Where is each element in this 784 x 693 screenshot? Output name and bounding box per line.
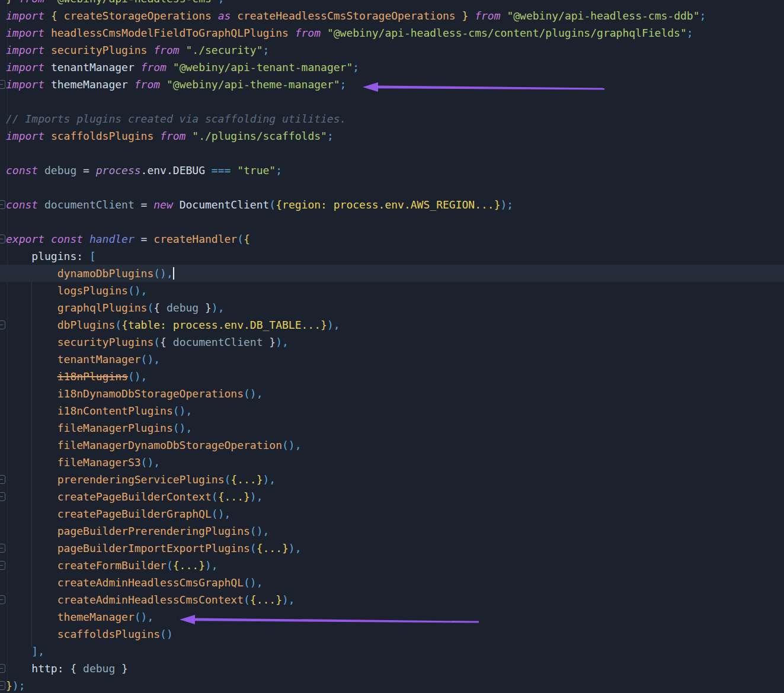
code-line[interactable]: const debug = process.env.DEBUG === "tru… — [0, 162, 784, 179]
fold-collapse-icon[interactable] — [0, 561, 5, 570]
code-line[interactable]: tenantManager(), — [0, 351, 784, 368]
code-token: "@webiny/api-headless-cms/content/plugin… — [327, 27, 687, 39]
code-token: graphqlPlugins — [57, 301, 148, 314]
code-line[interactable]: dynamoDbPlugins(), — [0, 265, 784, 282]
code-token — [6, 559, 57, 572]
fold-collapse-icon[interactable] — [0, 320, 5, 329]
code-token: "./security" — [185, 44, 263, 56]
code-line[interactable]: }); — [0, 677, 784, 693]
code-token: ), — [327, 319, 340, 331]
code-line[interactable]: // Imports plugins created via scaffoldi… — [0, 110, 784, 127]
code-line[interactable]: dbPlugins({table: process.env.DB_TABLE..… — [0, 316, 784, 333]
code-token: ( — [269, 198, 276, 211]
code-line[interactable]: logsPlugins(), — [0, 282, 784, 299]
code-token: from — [141, 61, 167, 73]
code-line[interactable]: ], — [0, 643, 784, 660]
code-line[interactable]: themeManager(), — [0, 608, 784, 625]
code-token: fileManagerPlugins — [57, 422, 173, 434]
code-token: import — [6, 27, 44, 39]
fold-collapse-icon[interactable] — [0, 492, 5, 501]
code-line[interactable]: createPageBuilderContext({...}), — [0, 488, 784, 505]
fold-collapse-icon[interactable] — [0, 200, 5, 209]
code-line[interactable]: import { createStorageOperations as crea… — [0, 7, 784, 24]
code-token — [89, 164, 96, 177]
code-token: ( — [250, 542, 257, 554]
code-token — [135, 233, 141, 245]
code-token: const — [6, 198, 38, 211]
code-token — [6, 662, 31, 675]
code-line[interactable]: createFormBuilder({...}), — [0, 557, 784, 574]
fold-collapse-icon[interactable] — [0, 681, 5, 690]
code-line[interactable]: createAdminHeadlessCmsContext({...}), — [0, 591, 784, 608]
code-line[interactable]: i18nContentPlugins(), — [0, 402, 784, 419]
code-token: "@webiny/api-headless-cms-ddb" — [507, 9, 699, 22]
fold-collapse-icon[interactable] — [0, 475, 5, 484]
code-token: createFormBuilder — [57, 559, 167, 572]
code-token: // Imports plugins created via scaffoldi… — [6, 113, 346, 125]
code-editor[interactable]: } from "@webiny/api-headless-cms";import… — [0, 0, 784, 693]
code-token: scaffoldsPlugins — [51, 130, 153, 142]
code-token — [76, 662, 83, 675]
code-line[interactable]: scaffoldsPlugins() — [0, 625, 784, 643]
code-line[interactable]: createAdminHeadlessCmsGraphQL(), — [0, 574, 784, 591]
code-line[interactable]: createPageBuilderGraphQL(), — [0, 505, 784, 522]
code-line[interactable]: import scaffoldsPlugins from "./plugins/… — [0, 127, 784, 145]
fold-collapse-icon[interactable] — [0, 664, 5, 673]
code-line[interactable]: http: { debug } — [0, 660, 784, 677]
fold-collapse-icon[interactable] — [0, 235, 5, 243]
code-line[interactable]: import securityPlugins from "./security"… — [0, 41, 784, 59]
code-line[interactable]: i18nDynamoDbStorageOperations(), — [0, 385, 784, 402]
code-line[interactable]: i18nPlugins(), — [0, 368, 784, 385]
text-cursor — [173, 267, 174, 280]
code-area[interactable]: } from "@webiny/api-headless-cms";import… — [0, 0, 784, 693]
code-token: headlessCmsModelFieldToGraphQLPlugins — [51, 27, 289, 39]
code-line[interactable]: prerenderingServicePlugins({...}), — [0, 471, 784, 488]
code-token: from — [135, 78, 160, 91]
code-token — [6, 628, 57, 640]
code-line[interactable]: const documentClient = new DocumentClien… — [0, 196, 784, 213]
code-token — [76, 164, 83, 177]
code-token: createPageBuilderGraphQL — [57, 508, 212, 520]
code-token: ( — [224, 473, 231, 486]
code-line[interactable] — [0, 93, 784, 110]
code-line[interactable]: import headlessCmsModelFieldToGraphQLPlu… — [0, 24, 784, 41]
code-token — [6, 593, 57, 606]
code-token: i18nContentPlugins — [57, 405, 173, 417]
code-line[interactable]: fileManagerS3(), — [0, 454, 784, 471]
code-token — [6, 336, 57, 348]
code-line[interactable]: pageBuilderPrerenderingPlugins(), — [0, 522, 784, 540]
code-line[interactable]: plugins: [ — [0, 248, 784, 265]
code-token — [6, 353, 57, 365]
code-line[interactable]: import themeManager from "@webiny/api-th… — [0, 76, 784, 93]
code-token: {table: process.env.DB_TABLE...} — [121, 319, 327, 331]
fold-collapse-icon[interactable] — [0, 595, 5, 604]
code-token: } — [462, 9, 469, 22]
code-token — [6, 473, 57, 486]
code-line[interactable] — [0, 213, 784, 230]
code-token: ), — [205, 559, 218, 572]
code-token: import — [6, 78, 44, 91]
code-line[interactable]: fileManagerPlugins(), — [0, 419, 784, 437]
code-token — [231, 164, 237, 177]
code-token — [6, 267, 57, 280]
fold-collapse-icon[interactable] — [0, 80, 5, 89]
code-token: export — [6, 233, 44, 245]
code-token: () — [160, 628, 173, 640]
code-line[interactable] — [0, 145, 784, 162]
code-line[interactable]: securityPlugins({ documentClient }), — [0, 333, 784, 351]
code-token — [83, 250, 89, 262]
code-line[interactable]: import tenantManager from "@webiny/api-t… — [0, 59, 784, 76]
code-token — [199, 301, 205, 314]
code-token — [135, 61, 141, 73]
code-line[interactable]: export const handler = createHandler({ — [0, 230, 784, 248]
code-line[interactable] — [0, 179, 784, 196]
code-token: (), — [250, 525, 270, 537]
code-line[interactable]: fileManagerDynamoDbStorageOperation(), — [0, 437, 784, 454]
fold-collapse-icon[interactable] — [0, 544, 5, 553]
code-token: createHandler — [153, 233, 237, 245]
code-token: } — [205, 301, 212, 314]
code-line[interactable]: } from "@webiny/api-headless-cms"; — [0, 0, 784, 7]
code-token: debug — [44, 164, 76, 177]
code-line[interactable]: pageBuilderImportExportPlugins({...}), — [0, 540, 784, 557]
code-line[interactable]: graphqlPlugins({ debug }), — [0, 299, 784, 316]
